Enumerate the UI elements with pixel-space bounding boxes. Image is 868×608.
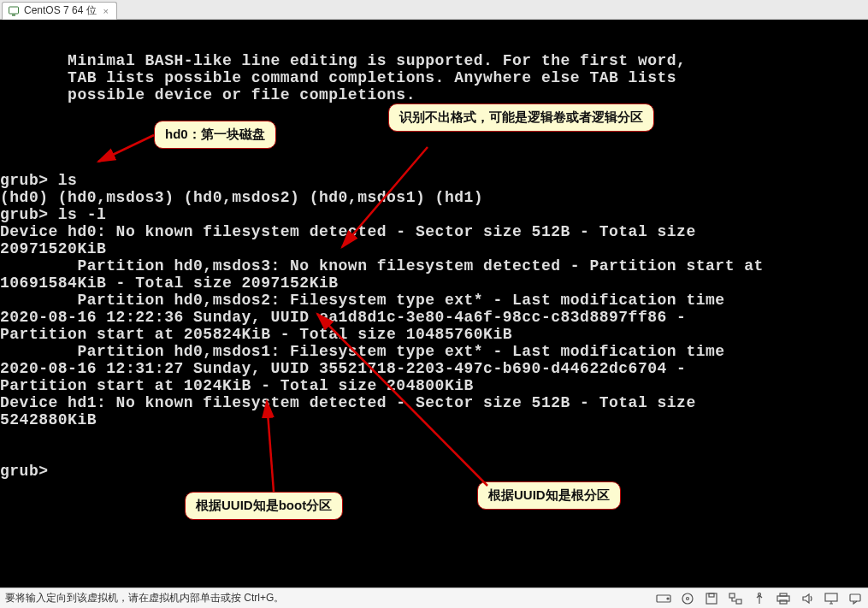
network-icon[interactable] xyxy=(728,593,743,605)
status-hint: 要将输入定向到该虚拟机，请在虚拟机内部单击或按 Ctrl+G。 xyxy=(5,591,284,605)
callout-root-partition: 根据UUID知是根分区 xyxy=(477,481,621,510)
svg-point-9 xyxy=(687,597,689,599)
close-icon[interactable]: × xyxy=(101,6,111,16)
svg-rect-13 xyxy=(736,599,741,604)
display-icon[interactable] xyxy=(824,593,839,605)
status-bar: 要将输入定向到该虚拟机，请在虚拟机内部单击或按 Ctrl+G。 xyxy=(0,587,868,608)
svg-rect-17 xyxy=(780,600,787,604)
status-icons xyxy=(656,593,863,605)
svg-point-7 xyxy=(667,598,669,599)
usb-icon[interactable] xyxy=(752,593,767,605)
svg-rect-18 xyxy=(825,593,837,601)
callout-hd0: hd0：第一块磁盘 xyxy=(154,121,276,149)
callout-boot-partition: 根据UUID知是boot分区 xyxy=(185,492,343,520)
tab-centos[interactable]: CentOS 7 64 位 × xyxy=(2,2,117,20)
svg-rect-19 xyxy=(850,594,860,601)
terminal-area[interactable]: Minimal BASH-like line editing is suppor… xyxy=(0,20,868,587)
hdd-icon[interactable] xyxy=(656,593,671,605)
svg-rect-11 xyxy=(709,593,714,597)
printer-icon[interactable] xyxy=(776,593,791,605)
svg-point-8 xyxy=(682,593,693,604)
message-icon[interactable] xyxy=(847,593,863,605)
callout-boot-text: 根据UUID知是boot分区 xyxy=(196,498,332,512)
callout-unknown-format: 识别不出格式，可能是逻辑卷或者逻辑分区 xyxy=(388,103,654,132)
floppy-icon[interactable] xyxy=(704,593,719,605)
callout-unknown-format-text: 识别不出格式，可能是逻辑卷或者逻辑分区 xyxy=(399,109,643,124)
cd-icon[interactable] xyxy=(680,593,695,605)
svg-rect-12 xyxy=(729,593,735,598)
svg-rect-16 xyxy=(780,593,787,596)
svg-point-14 xyxy=(759,593,761,595)
vm-icon xyxy=(8,5,20,17)
svg-rect-1 xyxy=(12,15,15,16)
vm-window: CentOS 7 64 位 × Minimal BASH-like line e… xyxy=(0,0,868,608)
tab-bar: CentOS 7 64 位 × xyxy=(0,0,868,20)
callout-root-text: 根据UUID知是根分区 xyxy=(488,487,610,502)
callout-hd0-text: hd0：第一块磁盘 xyxy=(165,127,265,141)
svg-rect-0 xyxy=(9,7,19,14)
svg-rect-10 xyxy=(706,593,717,604)
tab-label: CentOS 7 64 位 xyxy=(24,3,97,18)
sound-icon[interactable] xyxy=(800,593,815,605)
